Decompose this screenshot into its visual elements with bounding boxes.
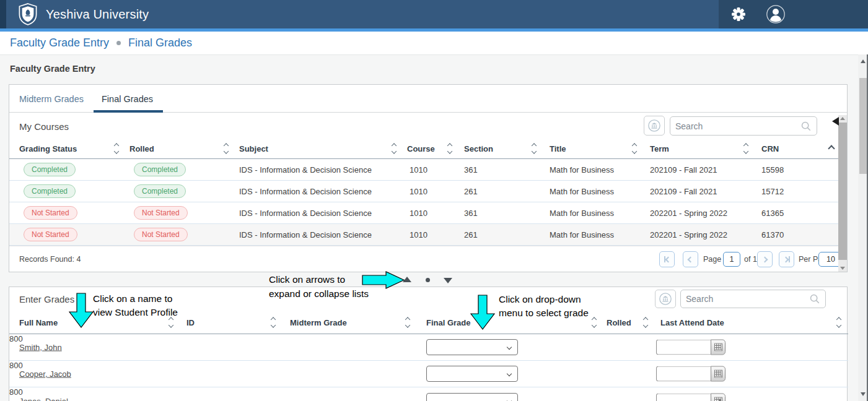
final-grade-select[interactable] [426, 366, 518, 382]
cell-section: 261 [464, 187, 478, 196]
calendar-icon [714, 370, 722, 378]
calendar-button[interactable] [711, 340, 726, 355]
col-crn: CRN [761, 144, 779, 153]
cell-course: 1010 [410, 187, 427, 196]
course-row[interactable]: Completed Completed IDS - Information & … [9, 159, 843, 181]
institution-icon [659, 292, 672, 306]
search-icon [809, 293, 820, 304]
last-attend-date-group [656, 393, 726, 401]
records-found-label: Records Found: 4 [19, 255, 81, 264]
cell-term: 202201 - Spring 2022 [650, 230, 727, 239]
cell-subject: IDS - Information & Decision Science [239, 187, 372, 196]
chevron-first-icon [665, 256, 671, 262]
my-courses-panel: Midterm Grades Final Grades My Courses G… [9, 84, 848, 272]
sort-final-grade[interactable] [592, 317, 596, 327]
scroll-up-icon[interactable] [840, 117, 845, 120]
student-name-link[interactable]: Jones, Daniel [19, 396, 68, 401]
sort-subject[interactable] [392, 144, 396, 153]
sort-id[interactable] [271, 317, 275, 327]
col-term: Term [650, 144, 669, 153]
my-courses-search-input[interactable] [670, 121, 800, 131]
scroll-up-icon[interactable] [861, 59, 866, 63]
scrollbar-thumb[interactable] [838, 123, 847, 260]
cyan-arrow-right [362, 271, 405, 291]
tab-midterm-grades[interactable]: Midterm Grades [19, 85, 84, 113]
my-courses-tools-button[interactable] [644, 116, 665, 136]
course-row[interactable]: Not Started Not Started IDS - Informatio… [9, 202, 843, 224]
cell-subject: IDS - Information & Decision Science [239, 209, 372, 218]
grade-tabs: Midterm Grades Final Grades [9, 85, 847, 113]
sort-midterm-grade[interactable] [406, 317, 410, 327]
rolled-status-badge: Completed [134, 184, 186, 198]
sort-term[interactable] [744, 144, 748, 153]
table-scrollbar[interactable] [838, 115, 847, 272]
cell-section: 261 [464, 230, 478, 239]
last-attend-date-input[interactable] [656, 393, 711, 401]
scroll-down-icon[interactable] [861, 392, 866, 396]
student-row: Cooper, Jacob 800 [9, 361, 848, 387]
col-last-attend-date: Last Attend Date [660, 317, 724, 327]
col-title: Title [550, 144, 566, 153]
calendar-button[interactable] [711, 393, 726, 401]
student-row: Jones, Daniel 800 [9, 387, 848, 401]
course-row[interactable]: Not Started Not Started IDS - Informatio… [9, 224, 843, 246]
final-grade-select[interactable] [426, 393, 518, 401]
last-page-button[interactable] [779, 251, 794, 267]
page-label: Page [703, 255, 721, 264]
triangle-down-icon [444, 278, 452, 283]
enter-grades-title: Enter Grades [19, 294, 74, 304]
last-attend-date-input[interactable] [656, 366, 711, 382]
sort-rolled[interactable] [644, 317, 647, 327]
brand[interactable]: Yeshiva University [17, 0, 149, 28]
navbar-actions [719, 0, 868, 28]
brand-name: Yeshiva University [46, 7, 149, 22]
cell-title: Math for Business [550, 209, 614, 218]
page-number-input[interactable] [723, 252, 740, 267]
sort-crn-ascending[interactable] [829, 146, 834, 151]
cell-course: 1010 [410, 230, 427, 239]
faculty-grade-entry-page: Yeshiva University [0, 0, 868, 401]
last-attend-date-input[interactable] [656, 340, 711, 355]
final-grade-select[interactable] [426, 339, 518, 355]
chevron-right-icon [762, 256, 768, 262]
scroll-down-icon[interactable] [840, 267, 845, 270]
breadcrumb-final-grades[interactable]: Final Grades [128, 37, 192, 50]
resize-dot-control[interactable] [426, 278, 430, 282]
page-scrollbar-thumb[interactable] [859, 78, 867, 174]
annotation-expand-line1: Click on arrows to [269, 273, 345, 287]
tab-final-grades[interactable]: Final Grades [102, 85, 153, 113]
student-name-link[interactable]: Smith, John [19, 343, 62, 352]
sort-last-attend-date[interactable] [837, 317, 841, 327]
sort-title[interactable] [633, 144, 636, 153]
course-row[interactable]: Completed Completed IDS - Information & … [9, 181, 843, 202]
last-attend-date-group [656, 366, 726, 382]
chevron-down-icon [507, 345, 512, 350]
breadcrumb-faculty-grade-entry[interactable]: Faculty Grade Entry [10, 37, 109, 50]
page-title: Faculty Grade Entry [10, 64, 95, 74]
sort-course[interactable] [448, 144, 452, 153]
settings-button[interactable] [727, 3, 750, 25]
next-page-button[interactable] [757, 251, 773, 267]
sort-rolled[interactable] [224, 144, 228, 153]
first-page-button[interactable] [659, 251, 675, 267]
calendar-icon [714, 397, 722, 401]
enter-grades-search-input[interactable] [681, 294, 809, 304]
cell-course: 1010 [410, 209, 427, 218]
student-name-link[interactable]: Cooper, Jacob [19, 369, 71, 379]
pointer-left-arrow [832, 117, 839, 126]
cell-title: Math for Business [550, 165, 614, 175]
cell-term: 202109 - Fall 2021 [650, 165, 717, 175]
sort-grading-status[interactable] [115, 144, 118, 153]
enter-grades-tools-button[interactable] [655, 290, 676, 308]
collapse-list-control[interactable] [444, 278, 452, 283]
grading-status-badge: Not Started [24, 228, 77, 241]
enter-grades-searchbox [680, 290, 826, 308]
my-courses-searchbox [670, 116, 817, 136]
calendar-button[interactable] [711, 366, 726, 382]
cell-student-id: 800 [9, 387, 23, 397]
of-pages-label: of 1 [744, 255, 757, 264]
previous-page-button[interactable] [683, 251, 698, 267]
breadcrumb-separator-dot [116, 41, 121, 45]
profile-button[interactable] [765, 3, 787, 25]
sort-section[interactable] [532, 144, 536, 153]
